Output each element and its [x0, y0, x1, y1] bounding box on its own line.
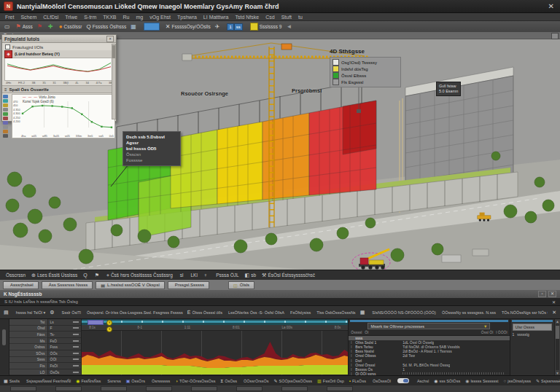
- toolbar-button[interactable]: Ssslssss 9: [249, 23, 282, 31]
- menu-item[interactable]: Schem: [20, 15, 36, 20]
- track-meta-row[interactable]: ÖÖl: [48, 357, 82, 364]
- panel-scrollbar[interactable]: [112, 44, 116, 119]
- toolbar-button[interactable]: ✈: [215, 23, 222, 30]
- track-meta-row[interactable]: F: [48, 326, 82, 332]
- status-item[interactable]: ♀: [203, 273, 209, 278]
- gantt-toolbar-close-icon[interactable]: ✕: [552, 310, 556, 315]
- toolbar-button[interactable]: Q Fssslss Öslhsss: [86, 23, 126, 30]
- menu-item[interactable]: Csd: [265, 15, 274, 20]
- toolbar-button[interactable]: ⚑: [37, 23, 44, 30]
- checkbox[interactable]: [5, 44, 10, 50]
- status-toggle[interactable]: ✎ Ssjssrsssé: [536, 378, 560, 383]
- status-toggle[interactable]: Ssrsrss: [106, 379, 120, 383]
- track-meta-row[interactable]: Ls: [48, 319, 82, 326]
- track-row[interactable]: Ms: [9, 338, 47, 345]
- track-meta-row[interactable]: Fsss: [48, 344, 82, 350]
- gantt-toolbar-item[interactable]: Ssslr ÖslTl: [60, 310, 81, 315]
- track-row[interactable]: Fts: [9, 363, 47, 369]
- status-toggle[interactable]: ◉ lsssss Ssssssst: [465, 378, 498, 383]
- status-item[interactable]: ◧ sb: [245, 273, 257, 278]
- status-item[interactable]: ⊕ Lses Ésslš Üsslsss: [31, 273, 77, 278]
- status-item[interactable]: ⚑: [95, 273, 101, 278]
- status-item[interactable]: ⌖ Čsš hsrs Össlšssss Čssšssrg: [106, 273, 173, 278]
- chart-tool-strip[interactable]: [2, 93, 12, 139]
- status-toggle[interactable]: ÖsÖsssÖl: [371, 379, 391, 383]
- tool-icon[interactable]: [3, 125, 8, 129]
- row-expand-handle[interactable]: l: [351, 363, 353, 367]
- toggle-switch[interactable]: [397, 378, 409, 383]
- panel-title-bar[interactable]: Fnjaulatd Iutols ✕: [2, 35, 116, 43]
- panel-minimize-button[interactable]: ▫: [538, 291, 546, 297]
- menu-item[interactable]: Ru: [123, 15, 130, 20]
- track-row[interactable]: SÖss: [9, 350, 47, 357]
- row-expand-handle[interactable]: l: [351, 349, 353, 353]
- track-row[interactable]: Ölsd: [9, 326, 47, 332]
- toolbar-button[interactable]: ✚: [48, 23, 55, 30]
- filter-tab-extra[interactable]: ◫ Ölsls: [228, 281, 254, 289]
- gantt-toolbar-item[interactable]: ▦: [360, 310, 367, 315]
- gantt-toolbar-item[interactable]: É Ölsss Össssl ölls: [187, 310, 222, 315]
- scroll-up-arrow[interactable]: ▲: [556, 319, 559, 324]
- timeline-task-block[interactable]: [88, 320, 104, 325]
- filter-tab-button[interactable]: ▤ L.hsslsd sssÖOÉ V Ökspsl: [96, 281, 164, 289]
- menu-item[interactable]: CLfDsl: [43, 15, 58, 20]
- status-item[interactable]: sl: [179, 273, 184, 278]
- gantt-toolbar-item[interactable]: Tlss ÖsbÖsssÖsssNs: [315, 310, 355, 315]
- toolbar-button[interactable]: ◄: [286, 23, 293, 30]
- tool-icon[interactable]: [3, 121, 8, 125]
- menu-item[interactable]: tu: [298, 15, 303, 20]
- status-toggle[interactable]: ▥ FssÖrll Ösp: [317, 378, 344, 383]
- toolbar-button[interactable]: 1ss: [225, 23, 244, 31]
- gantt-toolbar-item[interactable]: LssÖNsrlss Öss -S- Ösfsl ÖllsA: [227, 310, 284, 315]
- gantt-gutter-scrollbar[interactable]: [0, 319, 9, 375]
- timeline-bar[interactable]: [82, 321, 348, 323]
- panel-close-button[interactable]: ✕: [106, 36, 114, 42]
- status-toggle[interactable]: SsjsspssÑsssl FssrlrssÑl: [25, 379, 71, 383]
- toolbar-button[interactable]: ⚑ Asss: [16, 23, 33, 30]
- menu-item[interactable]: Trlwe: [65, 15, 77, 20]
- row-expand-handle[interactable]: l: [351, 367, 353, 372]
- track-row[interactable]: Ösbss: [9, 344, 47, 350]
- bottom-panel-header[interactable]: K NsgÉšsšssssb ▫✕: [0, 290, 560, 298]
- status-toggle[interactable]: Ösrssssss: [150, 379, 170, 383]
- status-toggle[interactable]: ◉ FssÑrsÑss: [76, 378, 101, 383]
- tool-icon[interactable]: [3, 108, 8, 111]
- toolbar-button[interactable]: ✕ FsssssÖsy/ÖÖslls: [166, 23, 211, 30]
- tool-icon[interactable]: [3, 95, 8, 98]
- tool-icon[interactable]: [3, 134, 8, 138]
- viewport-3d[interactable]: Fnjaulatd Iutols ✕ Fnaulugjrd I/Ols ◈ (L…: [0, 39, 560, 270]
- timeline-selected-row[interactable]: [82, 319, 348, 325]
- toolbar-button[interactable]: ● Cssölssr: [59, 23, 82, 30]
- tool-icon[interactable]: [3, 130, 8, 133]
- status-toggle[interactable]: ○ jssÖlrsslysss: [504, 379, 531, 383]
- filter-tab-button[interactable]: Äss Ssssrsss Nssss: [42, 281, 93, 289]
- row-expand-handle[interactable]: l: [351, 345, 353, 349]
- status-toggle[interactable]: ✎ SÖÖjssÖssÖÖsss: [274, 378, 313, 383]
- track-meta-row[interactable]: FsÖl: [48, 363, 82, 369]
- status-item[interactable]: Össcrssn: [4, 273, 26, 278]
- status-item[interactable]: LKl: [190, 273, 198, 278]
- side-panel-row[interactable]: 1ssssslg: [513, 332, 553, 337]
- status-toggle[interactable]: Aschsl: [416, 379, 429, 383]
- track-row[interactable]: Tst: [9, 319, 47, 326]
- gantt-toolbar-item[interactable]: hssss hsl TslÖl ▾: [15, 310, 46, 315]
- filter-tab-button[interactable]: Asssrjhslsèl: [3, 281, 39, 289]
- track-meta-row[interactable]: FsÖ: [48, 338, 82, 345]
- status-item[interactable]: Psssa ÖJL: [214, 273, 238, 278]
- toolbar-button[interactable]: [142, 23, 161, 31]
- status-item[interactable]: Q: [83, 273, 88, 278]
- gantt-toolbar-item[interactable]: ÖÖssssNy ss ssssgsss. N.sss: [440, 310, 496, 315]
- menu-item[interactable]: mg: [136, 15, 143, 20]
- status-toggle[interactable]: ◉ sss SÖlÖss: [434, 378, 460, 383]
- gantt-toolbar-item[interactable]: FsÖfslysiss: [289, 310, 311, 315]
- status-toggle[interactable]: ÖÖssrÖrssÖs: [242, 379, 269, 383]
- tool-icon[interactable]: [3, 99, 8, 103]
- gantt-vertical-scrollbar[interactable]: ▲ ▼: [554, 319, 560, 375]
- toolbar-button[interactable]: ▭: [4, 23, 12, 30]
- menu-item[interactable]: Tpshwra: [177, 15, 197, 20]
- tool-icon[interactable]: [3, 112, 8, 116]
- gantt-toolbar-item[interactable]: SlsNS/ÖÖÖÖ NS-ÖFÖÖÖÖ.(ÖÖÖ): [370, 310, 436, 315]
- gantt-toolbar-item[interactable]: Össjssrsl. Ör-lrlss Öss-Lssgsss.Sssl. Fs…: [85, 310, 183, 315]
- gantt-toolbar-item[interactable]: ▤: [4, 310, 10, 315]
- status-toggle[interactable]: Σ ÖsÖss: [220, 379, 237, 383]
